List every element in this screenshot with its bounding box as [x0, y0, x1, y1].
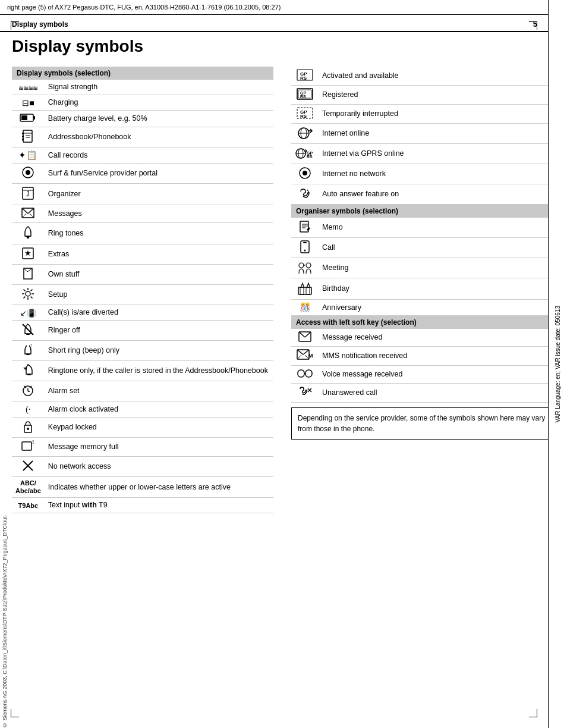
table-row: (· Alarm clock activated	[12, 401, 273, 418]
label-messages: Messages	[45, 205, 273, 223]
table-row: ↑ Short ring (beep) only	[12, 341, 273, 361]
label-call: Call	[319, 238, 555, 258]
svg-rect-21	[27, 237, 29, 239]
table-row: ✦📋 Call records	[12, 148, 273, 164]
label-auto-answer: Auto answer feature on	[319, 184, 555, 205]
icon-internet-online	[291, 124, 319, 144]
icon-voice-message	[291, 366, 319, 384]
label-call-records: Call records	[45, 148, 273, 164]
svg-point-71	[306, 263, 311, 268]
section-header: Display symbols 5	[0, 15, 567, 32]
icon-signal-strength: ≋≋≋≋	[12, 80, 45, 95]
note-box: Depending on the service provider, some …	[291, 407, 555, 440]
table-row: ★ Extras	[12, 244, 273, 265]
label-keypad-locked: Keypad locked	[45, 418, 273, 438]
icon-short-ring: ↑	[12, 341, 45, 361]
left-column: Display symbols (selection) ≋≋≋≋ Signal …	[12, 67, 285, 513]
table-row: Setup	[12, 285, 273, 305]
table-row: GP RS Temporarily interrupted	[291, 105, 555, 124]
label-mms-notification: MMS notification received	[319, 347, 555, 366]
label-internet-no-network: Internet no network	[319, 164, 555, 184]
right-symbol-table: GP RS Activated and available GP	[291, 67, 555, 403]
svg-rect-7	[22, 133, 24, 134]
svg-rect-3	[23, 130, 32, 142]
icon-unanswered-call	[291, 384, 319, 403]
table-row: GP RS Activated and available	[291, 67, 555, 86]
table-row: ! Message memory full	[12, 438, 273, 457]
icon-ringtone-addressbook: ✶	[12, 361, 45, 381]
label-call-diverted: Call(s) is/are diverted	[45, 305, 273, 321]
table-row: Birthday	[291, 278, 555, 300]
footer-copyright-text: © Siemens AG 2003, C:\Daten_it\Siemens\D…	[2, 509, 8, 728]
table-row: GP RS Registered	[291, 86, 555, 105]
left-symbol-table: Display symbols (selection) ≋≋≋≋ Signal …	[12, 67, 273, 513]
icon-ring-tones	[12, 223, 45, 244]
table-row: No network access	[12, 457, 273, 477]
svg-rect-25	[26, 334, 30, 335]
label-alarm-clock: Alarm clock activated	[45, 401, 273, 418]
svg-rect-8	[22, 136, 24, 137]
icon-internet-gprs: GP RS	[291, 144, 319, 164]
table-row: 1 Organizer	[12, 184, 273, 205]
icon-registered: GP RS	[291, 86, 319, 105]
table-row: " Meeting	[291, 258, 555, 278]
svg-text:★: ★	[24, 249, 32, 258]
table-row: Alarm set	[12, 381, 273, 401]
table-row: Keypad locked	[12, 418, 273, 438]
label-message-received: Message received	[319, 329, 555, 347]
icon-ringer-off	[12, 321, 45, 341]
svg-rect-27	[26, 354, 30, 355]
icon-alarm-set	[12, 381, 45, 401]
access-section-heading: Access with left soft key (selection)	[291, 316, 555, 330]
svg-line-18	[22, 214, 26, 218]
table-row: Call	[291, 238, 555, 258]
label-surf-fun: Surf & fun/Service provider portal	[45, 164, 273, 184]
label-own-stuff: Own stuff	[45, 265, 273, 285]
svg-line-16	[22, 208, 28, 214]
svg-text:RS: RS	[300, 76, 307, 81]
icon-extras: ★	[12, 244, 45, 265]
label-memo: Memo	[319, 218, 555, 238]
icon-organizer: 1	[12, 184, 45, 205]
svg-rect-38	[22, 442, 32, 450]
label-addressbook: Addressbook/Phonebook	[45, 127, 273, 148]
label-t9abc: Text input with T9	[45, 498, 273, 513]
section-header-title: Display symbols	[12, 20, 68, 29]
icon-memo	[291, 218, 319, 238]
svg-point-37	[27, 428, 29, 430]
organiser-heading-row: Organiser symbols (selection)	[291, 205, 555, 218]
icon-anniversary: 🎊	[291, 300, 319, 316]
label-extras: Extras	[45, 244, 273, 265]
page-title: Display symbols	[0, 32, 567, 61]
icon-no-network	[12, 457, 45, 477]
label-abc: Indicates whether upper or lower-case le…	[45, 477, 273, 498]
side-label: VAR Language: en; VAR issue date: 050613	[548, 0, 567, 728]
svg-text:RS: RS	[300, 114, 307, 119]
svg-text:1: 1	[26, 190, 30, 198]
icon-surf-fun	[12, 164, 45, 184]
table-row: Message received	[291, 329, 555, 347]
label-ring-tones: Ring tones	[45, 223, 273, 244]
svg-point-11	[26, 170, 30, 175]
table-row: Internet no network	[291, 164, 555, 184]
table-row: Battery charge level, e.g. 50%	[12, 111, 273, 127]
svg-rect-20	[26, 236, 30, 237]
label-unanswered-call: Unanswered call	[319, 384, 555, 403]
svg-rect-2	[21, 115, 27, 120]
table-row: GP RS Internet via GPRS online	[291, 144, 555, 164]
icon-messages	[12, 205, 45, 223]
table-row: Auto answer feature on	[291, 184, 555, 205]
corner-bl	[11, 709, 19, 717]
icon-call-records: ✦📋	[12, 148, 45, 164]
label-alarm-set: Alarm set	[45, 381, 273, 401]
svg-rect-75	[306, 287, 310, 294]
table-row: ≋≋≋≋ Signal strength	[12, 80, 273, 95]
table-row: Unanswered call	[291, 384, 555, 403]
svg-line-79	[299, 332, 305, 337]
label-charging: Charging	[45, 95, 273, 111]
svg-rect-88	[305, 370, 312, 377]
icon-call	[291, 238, 319, 258]
icon-own-stuff	[12, 265, 45, 285]
svg-rect-74	[300, 287, 304, 294]
table-row: Surf & fun/Service provider portal	[12, 164, 273, 184]
